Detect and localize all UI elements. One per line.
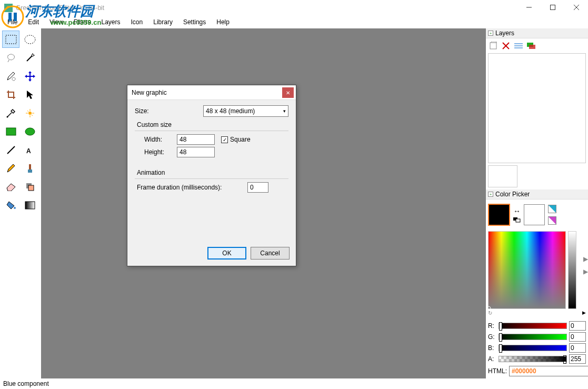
value-arrow-icon: ▶ xyxy=(582,310,586,316)
svg-point-11 xyxy=(32,54,34,56)
dialog-close-button[interactable]: ✕ xyxy=(282,87,294,98)
size-label: Size: xyxy=(135,107,203,115)
square-checkbox[interactable]: ✓ xyxy=(221,136,228,143)
tool-pointer[interactable] xyxy=(21,86,38,103)
g-input[interactable] xyxy=(569,332,586,342)
size-select[interactable]: 48 x 48 (medium) ▾ xyxy=(203,105,288,117)
svg-line-28 xyxy=(27,111,28,112)
layers-panel-header[interactable]: + Layers xyxy=(486,28,588,38)
tool-line[interactable] xyxy=(2,141,19,158)
menu-file[interactable]: File xyxy=(2,16,23,28)
svg-point-14 xyxy=(12,77,15,81)
background-color[interactable] xyxy=(524,204,545,225)
a-label: A: xyxy=(488,355,496,363)
arrow-right-icon[interactable]: ▶ xyxy=(583,268,588,275)
hue-saturation-picker[interactable] xyxy=(488,231,566,309)
svg-point-37 xyxy=(14,207,16,209)
minimize-button[interactable] xyxy=(517,0,541,15)
swatch-inverted[interactable] xyxy=(548,216,556,225)
width-input[interactable] xyxy=(177,134,215,145)
menu-view[interactable]: View xyxy=(44,16,68,28)
tool-clone[interactable] xyxy=(21,178,38,195)
a-input[interactable] xyxy=(569,354,586,364)
delete-layer-button[interactable] xyxy=(501,41,511,51)
swatch-transparent[interactable] xyxy=(548,205,556,213)
value-picker[interactable] xyxy=(568,231,576,309)
tool-text[interactable]: A xyxy=(21,141,38,158)
menu-icon[interactable]: Icon xyxy=(126,16,148,28)
g-label: G: xyxy=(488,333,496,341)
right-panel: + Layers + Color Picker ↔ xyxy=(486,28,588,378)
tool-wand[interactable] xyxy=(21,49,38,66)
svg-point-22 xyxy=(6,116,8,117)
tool-rectangle[interactable] xyxy=(2,123,19,140)
toolbox: A xyxy=(0,28,41,378)
svg-rect-46 xyxy=(529,45,535,49)
status-text: Blue component xyxy=(3,380,49,387)
svg-marker-20 xyxy=(33,75,35,78)
b-label: B: xyxy=(488,344,496,352)
tool-move[interactable] xyxy=(21,67,38,85)
layer-props-button[interactable] xyxy=(513,41,524,51)
dialog-titlebar[interactable]: New graphic ✕ xyxy=(127,85,296,100)
svg-marker-18 xyxy=(28,79,32,82)
layer-preview xyxy=(488,165,517,187)
cancel-button[interactable]: Cancel xyxy=(251,247,290,260)
svg-rect-48 xyxy=(516,219,520,222)
animation-label: Animation xyxy=(137,169,288,176)
foreground-color[interactable] xyxy=(488,204,510,226)
svg-point-9 xyxy=(25,35,35,44)
swap-colors-icon[interactable]: ↔ xyxy=(513,207,521,215)
ok-button[interactable]: OK xyxy=(207,247,246,260)
dialog-title-text: New graphic xyxy=(132,89,167,96)
r-slider[interactable] xyxy=(499,323,567,329)
html-input[interactable] xyxy=(509,366,588,376)
layers-label: Layers xyxy=(495,29,514,37)
new-layer-button[interactable] xyxy=(488,41,499,51)
svg-marker-17 xyxy=(28,71,32,73)
arrow-right-icon[interactable]: ▶ xyxy=(583,255,588,263)
menu-edit[interactable]: Edit xyxy=(23,16,44,28)
tool-pencil[interactable] xyxy=(2,159,19,177)
tool-lasso[interactable] xyxy=(2,49,19,66)
tool-eraser[interactable] xyxy=(2,178,19,195)
merge-layers-button[interactable] xyxy=(526,41,536,51)
svg-point-49 xyxy=(486,306,491,311)
b-input[interactable] xyxy=(569,343,586,353)
tool-rect-select[interactable] xyxy=(2,31,19,48)
tool-hotspot[interactable] xyxy=(21,104,38,122)
svg-point-23 xyxy=(28,112,32,115)
svg-line-10 xyxy=(27,56,32,61)
b-slider[interactable] xyxy=(499,345,567,351)
tool-pencil-select[interactable] xyxy=(2,67,19,85)
tool-eyedropper[interactable] xyxy=(2,104,19,122)
height-input[interactable] xyxy=(177,147,215,157)
svg-rect-36 xyxy=(28,185,34,191)
layers-list[interactable] xyxy=(488,53,586,163)
svg-rect-34 xyxy=(29,164,31,169)
maximize-button[interactable] xyxy=(541,0,564,15)
svg-rect-8 xyxy=(6,35,16,44)
menu-help[interactable]: Help xyxy=(211,16,235,28)
svg-rect-39 xyxy=(490,43,496,49)
expand-icon: + xyxy=(488,192,493,197)
r-input[interactable] xyxy=(569,321,586,331)
menu-layers[interactable]: Layers xyxy=(96,16,126,28)
close-button[interactable] xyxy=(564,0,588,15)
svg-marker-21 xyxy=(27,91,33,99)
app-icon xyxy=(4,4,13,12)
menu-filters[interactable]: Filters xyxy=(68,16,96,28)
g-slider[interactable] xyxy=(499,334,567,340)
menu-settings[interactable]: Settings xyxy=(178,16,211,28)
tool-ellipse-select[interactable] xyxy=(21,31,38,48)
tool-brush[interactable] xyxy=(21,159,38,177)
tool-crop[interactable] xyxy=(2,86,19,103)
default-colors-icon[interactable] xyxy=(513,217,521,223)
frame-duration-input[interactable] xyxy=(247,182,268,193)
menu-library[interactable]: Library xyxy=(148,16,178,28)
a-slider[interactable] xyxy=(499,356,567,362)
color-picker-header[interactable]: + Color Picker xyxy=(486,189,588,200)
tool-ellipse[interactable] xyxy=(21,123,38,140)
tool-fill[interactable] xyxy=(2,196,19,214)
tool-gradient[interactable] xyxy=(21,196,38,214)
